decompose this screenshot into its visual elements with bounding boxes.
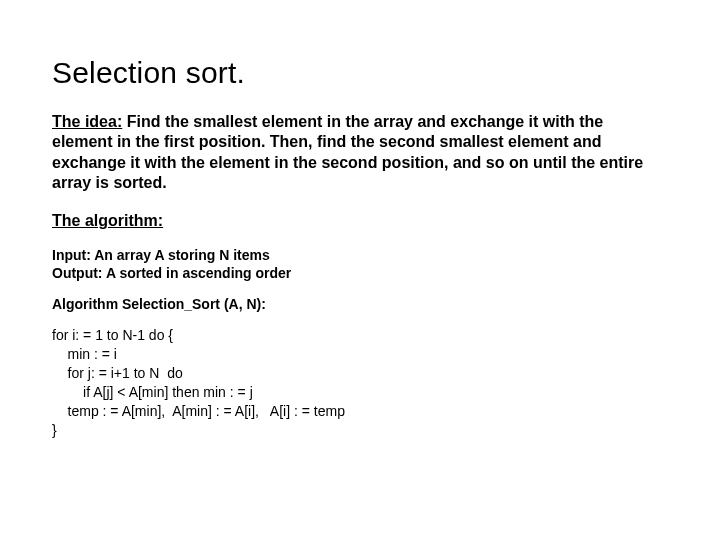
output-line: Output: A sorted in ascending order bbox=[52, 264, 668, 282]
slide-title: Selection sort. bbox=[52, 56, 668, 90]
algorithm-name: Algorithm Selection_Sort (A, N): bbox=[52, 296, 668, 312]
pseudocode: for i: = 1 to N-1 do { min : = i for j: … bbox=[52, 326, 668, 439]
idea-text: Find the smallest element in the array a… bbox=[52, 113, 643, 191]
idea-label: The idea: bbox=[52, 113, 122, 130]
algorithm-label: The algorithm: bbox=[52, 212, 668, 230]
idea-paragraph: The idea: Find the smallest element in t… bbox=[52, 112, 662, 194]
input-line: Input: An array A storing N items bbox=[52, 246, 668, 264]
io-block: Input: An array A storing N items Output… bbox=[52, 246, 668, 282]
slide: Selection sort. The idea: Find the small… bbox=[0, 0, 720, 540]
